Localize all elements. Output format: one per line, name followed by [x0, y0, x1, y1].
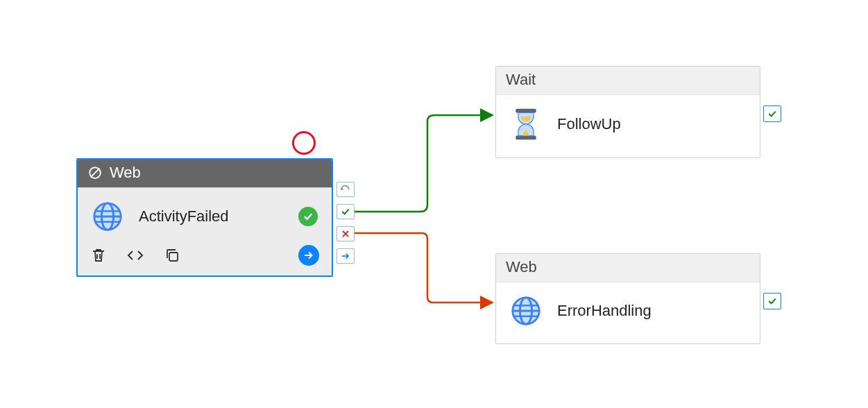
activity-type-label: Web	[110, 164, 141, 182]
clone-button[interactable]	[164, 247, 180, 264]
connector-success[interactable]	[354, 115, 491, 212]
activity-name-label: FollowUp	[557, 115, 621, 133]
view-code-button[interactable]	[126, 247, 144, 264]
activity-name-label: ActivityFailed	[139, 207, 229, 226]
activity-header: Wait	[496, 67, 760, 95]
activity-node-followup[interactable]: Wait FollowUp	[495, 66, 760, 158]
deactivated-icon	[87, 165, 103, 180]
svg-rect-10	[516, 109, 536, 113]
activity-node-activityfailed[interactable]: Web ActivityFailed	[76, 158, 333, 277]
activity-header: Web	[496, 254, 760, 282]
connector-failure[interactable]	[354, 233, 491, 303]
activity-toolbar	[78, 238, 332, 275]
port-failure[interactable]	[337, 226, 355, 241]
svg-line-1	[91, 169, 100, 178]
validation-badge[interactable]	[763, 293, 781, 309]
web-icon	[510, 295, 542, 327]
web-icon	[92, 201, 124, 232]
breakpoint-indicator[interactable]	[292, 131, 316, 155]
port-success[interactable]	[337, 204, 355, 219]
activity-name-label: ErrorHandling	[557, 302, 652, 320]
validation-badge[interactable]	[763, 105, 781, 122]
activity-type-label: Web	[506, 258, 537, 275]
svg-rect-11	[516, 136, 536, 140]
activity-node-errorhandling[interactable]: Web ErrorHandling	[495, 253, 760, 344]
port-completion[interactable]	[337, 182, 355, 197]
add-next-button[interactable]	[298, 245, 319, 266]
hourglass-icon	[510, 108, 542, 141]
port-skip[interactable]	[337, 248, 355, 264]
svg-rect-5	[169, 253, 178, 261]
status-success-icon	[298, 207, 318, 226]
activity-type-label: Wait	[506, 71, 536, 88]
activity-header: Web	[78, 160, 332, 188]
delete-button[interactable]	[90, 247, 107, 264]
pipeline-canvas[interactable]: Web ActivityFailed	[0, 0, 868, 408]
